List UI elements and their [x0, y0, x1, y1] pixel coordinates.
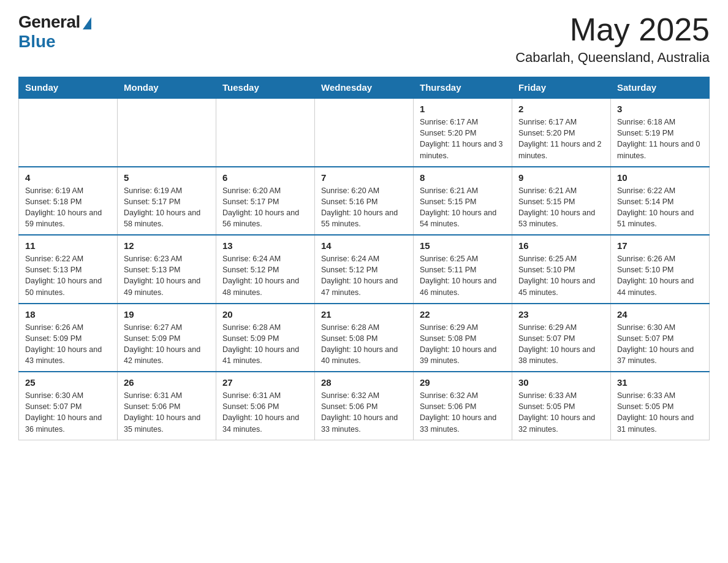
- day-info: Sunrise: 6:21 AMSunset: 5:15 PMDaylight:…: [518, 185, 604, 230]
- day-number: 19: [124, 309, 210, 320]
- calendar-cell: 2Sunrise: 6:17 AMSunset: 5:20 PMDaylight…: [512, 98, 611, 167]
- calendar-cell: 9Sunrise: 6:21 AMSunset: 5:15 PMDaylight…: [512, 167, 611, 236]
- day-number: 13: [222, 240, 308, 251]
- day-info: Sunrise: 6:24 AMSunset: 5:12 PMDaylight:…: [321, 253, 407, 298]
- calendar-cell: 26Sunrise: 6:31 AMSunset: 5:06 PMDayligh…: [118, 372, 216, 440]
- day-number: 31: [617, 377, 703, 388]
- day-info: Sunrise: 6:20 AMSunset: 5:16 PMDaylight:…: [321, 185, 407, 230]
- weekday-header-tuesday: Tuesday: [216, 77, 315, 99]
- day-number: 4: [25, 172, 111, 183]
- weekday-header-sunday: Sunday: [19, 77, 118, 99]
- calendar-cell: [19, 98, 118, 167]
- day-number: 10: [617, 172, 703, 183]
- day-number: 20: [222, 309, 308, 320]
- weekday-header-wednesday: Wednesday: [315, 77, 414, 99]
- calendar-cell: 5Sunrise: 6:19 AMSunset: 5:17 PMDaylight…: [118, 167, 216, 236]
- calendar-cell: 31Sunrise: 6:33 AMSunset: 5:05 PMDayligh…: [611, 372, 710, 440]
- day-info: Sunrise: 6:31 AMSunset: 5:06 PMDaylight:…: [124, 390, 210, 435]
- day-info: Sunrise: 6:31 AMSunset: 5:06 PMDaylight:…: [222, 390, 308, 435]
- calendar-cell: 10Sunrise: 6:22 AMSunset: 5:14 PMDayligh…: [611, 167, 710, 236]
- day-info: Sunrise: 6:19 AMSunset: 5:17 PMDaylight:…: [124, 185, 210, 230]
- day-number: 30: [518, 377, 604, 388]
- day-number: 12: [124, 240, 210, 251]
- calendar-week-row: 4Sunrise: 6:19 AMSunset: 5:18 PMDaylight…: [19, 167, 710, 236]
- day-number: 25: [25, 377, 111, 388]
- day-number: 24: [617, 309, 703, 320]
- day-number: 18: [25, 309, 111, 320]
- day-info: Sunrise: 6:20 AMSunset: 5:17 PMDaylight:…: [222, 185, 308, 230]
- weekday-header-friday: Friday: [512, 77, 611, 99]
- day-number: 6: [222, 172, 308, 183]
- day-info: Sunrise: 6:26 AMSunset: 5:10 PMDaylight:…: [617, 253, 703, 298]
- day-number: 17: [617, 240, 703, 251]
- weekday-header-row: SundayMondayTuesdayWednesdayThursdayFrid…: [19, 77, 710, 99]
- day-info: Sunrise: 6:27 AMSunset: 5:09 PMDaylight:…: [124, 322, 210, 367]
- calendar-week-row: 18Sunrise: 6:26 AMSunset: 5:09 PMDayligh…: [19, 304, 710, 372]
- weekday-header-thursday: Thursday: [414, 77, 512, 99]
- calendar-cell: 22Sunrise: 6:29 AMSunset: 5:08 PMDayligh…: [414, 304, 512, 372]
- day-info: Sunrise: 6:25 AMSunset: 5:11 PMDaylight:…: [420, 253, 506, 298]
- calendar-cell: 11Sunrise: 6:22 AMSunset: 5:13 PMDayligh…: [19, 235, 118, 304]
- day-info: Sunrise: 6:26 AMSunset: 5:09 PMDaylight:…: [25, 322, 111, 367]
- calendar-cell: 19Sunrise: 6:27 AMSunset: 5:09 PMDayligh…: [118, 304, 216, 372]
- day-info: Sunrise: 6:32 AMSunset: 5:06 PMDaylight:…: [321, 390, 407, 435]
- day-number: 21: [321, 309, 407, 320]
- logo-general-text: General: [18, 12, 80, 32]
- calendar-cell: 27Sunrise: 6:31 AMSunset: 5:06 PMDayligh…: [216, 372, 315, 440]
- day-info: Sunrise: 6:32 AMSunset: 5:06 PMDaylight:…: [420, 390, 506, 435]
- calendar-cell: 20Sunrise: 6:28 AMSunset: 5:09 PMDayligh…: [216, 304, 315, 372]
- day-number: 8: [420, 172, 506, 183]
- day-info: Sunrise: 6:17 AMSunset: 5:20 PMDaylight:…: [420, 117, 506, 161]
- day-info: Sunrise: 6:33 AMSunset: 5:05 PMDaylight:…: [617, 390, 703, 435]
- calendar-cell: 4Sunrise: 6:19 AMSunset: 5:18 PMDaylight…: [19, 167, 118, 236]
- calendar-cell: 29Sunrise: 6:32 AMSunset: 5:06 PMDayligh…: [414, 372, 512, 440]
- calendar-cell: 1Sunrise: 6:17 AMSunset: 5:20 PMDaylight…: [414, 98, 512, 167]
- calendar-cell: 17Sunrise: 6:26 AMSunset: 5:10 PMDayligh…: [611, 235, 710, 304]
- calendar-week-row: 11Sunrise: 6:22 AMSunset: 5:13 PMDayligh…: [19, 235, 710, 304]
- day-number: 14: [321, 240, 407, 251]
- day-info: Sunrise: 6:17 AMSunset: 5:20 PMDaylight:…: [518, 117, 604, 161]
- day-number: 2: [518, 104, 604, 114]
- title-block: May 2025 Cabarlah, Queensland, Australia: [515, 12, 710, 66]
- calendar-cell: 14Sunrise: 6:24 AMSunset: 5:12 PMDayligh…: [315, 235, 414, 304]
- day-info: Sunrise: 6:33 AMSunset: 5:05 PMDaylight:…: [518, 390, 604, 435]
- calendar-week-row: 25Sunrise: 6:30 AMSunset: 5:07 PMDayligh…: [19, 372, 710, 440]
- calendar-table: SundayMondayTuesdayWednesdayThursdayFrid…: [18, 77, 710, 440]
- calendar-cell: 12Sunrise: 6:23 AMSunset: 5:13 PMDayligh…: [118, 235, 216, 304]
- day-info: Sunrise: 6:29 AMSunset: 5:07 PMDaylight:…: [518, 322, 604, 367]
- calendar-cell: 8Sunrise: 6:21 AMSunset: 5:15 PMDaylight…: [414, 167, 512, 236]
- calendar-cell: 6Sunrise: 6:20 AMSunset: 5:17 PMDaylight…: [216, 167, 315, 236]
- day-info: Sunrise: 6:22 AMSunset: 5:13 PMDaylight:…: [25, 253, 111, 298]
- day-info: Sunrise: 6:18 AMSunset: 5:19 PMDaylight:…: [617, 117, 703, 161]
- day-number: 1: [420, 104, 506, 114]
- page-header: General Blue May 2025 Cabarlah, Queensla…: [18, 12, 710, 66]
- logo-blue-text: Blue: [18, 32, 56, 52]
- day-number: 15: [420, 240, 506, 251]
- weekday-header-saturday: Saturday: [611, 77, 710, 99]
- day-info: Sunrise: 6:28 AMSunset: 5:08 PMDaylight:…: [321, 322, 407, 367]
- calendar-cell: 28Sunrise: 6:32 AMSunset: 5:06 PMDayligh…: [315, 372, 414, 440]
- day-number: 5: [124, 172, 210, 183]
- day-info: Sunrise: 6:23 AMSunset: 5:13 PMDaylight:…: [124, 253, 210, 298]
- logo: General Blue: [18, 12, 91, 52]
- day-number: 7: [321, 172, 407, 183]
- weekday-header-monday: Monday: [118, 77, 216, 99]
- calendar-cell: 16Sunrise: 6:25 AMSunset: 5:10 PMDayligh…: [512, 235, 611, 304]
- day-number: 11: [25, 240, 111, 251]
- day-number: 29: [420, 377, 506, 388]
- day-info: Sunrise: 6:30 AMSunset: 5:07 PMDaylight:…: [617, 322, 703, 367]
- month-title: May 2025: [515, 12, 710, 47]
- calendar-week-row: 1Sunrise: 6:17 AMSunset: 5:20 PMDaylight…: [19, 98, 710, 167]
- calendar-cell: [216, 98, 315, 167]
- calendar-cell: 25Sunrise: 6:30 AMSunset: 5:07 PMDayligh…: [19, 372, 118, 440]
- day-number: 23: [518, 309, 604, 320]
- day-info: Sunrise: 6:19 AMSunset: 5:18 PMDaylight:…: [25, 185, 111, 230]
- day-info: Sunrise: 6:24 AMSunset: 5:12 PMDaylight:…: [222, 253, 308, 298]
- day-number: 9: [518, 172, 604, 183]
- calendar-cell: 3Sunrise: 6:18 AMSunset: 5:19 PMDaylight…: [611, 98, 710, 167]
- day-number: 26: [124, 377, 210, 388]
- location-title: Cabarlah, Queensland, Australia: [515, 50, 710, 66]
- calendar-cell: 7Sunrise: 6:20 AMSunset: 5:16 PMDaylight…: [315, 167, 414, 236]
- calendar-cell: 13Sunrise: 6:24 AMSunset: 5:12 PMDayligh…: [216, 235, 315, 304]
- day-info: Sunrise: 6:30 AMSunset: 5:07 PMDaylight:…: [25, 390, 111, 435]
